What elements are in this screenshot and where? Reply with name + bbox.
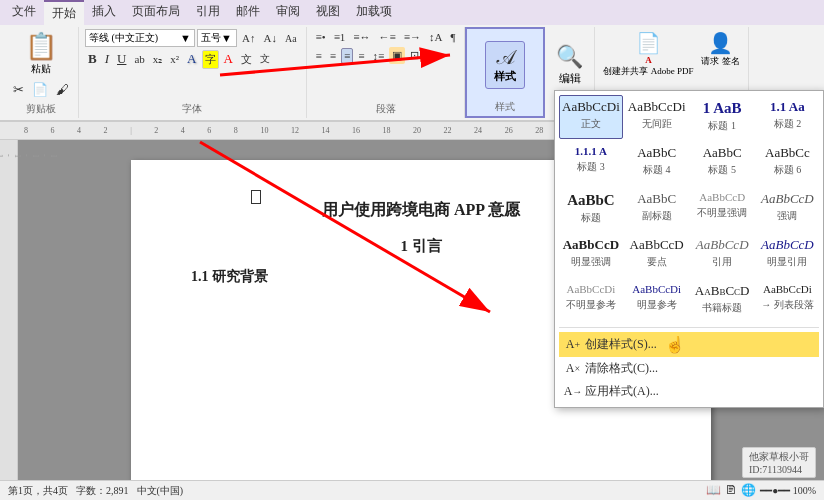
numbering-button[interactable]: ≡1 <box>331 29 349 45</box>
style-preview-biaoti1: 1 AaB <box>703 99 742 117</box>
create-style-item[interactable]: A+ 创建样式(S)... ☝ <box>559 332 819 357</box>
sign-label: 请求 签名 <box>701 55 739 68</box>
style-biaoti1[interactable]: 1 AaB 标题 1 <box>691 95 754 139</box>
style-label-mingxian: 明显强调 <box>571 255 611 269</box>
style-mingxian-cankao[interactable]: AaBbCcDi 明显参考 <box>625 279 689 323</box>
style-preview-biaoti4: AaBbC <box>637 145 676 161</box>
style-label-biaoti1: 标题 1 <box>708 119 736 133</box>
style-qiangdiao[interactable]: AaBbCcD 强调 <box>756 187 819 231</box>
font-name-selector[interactable]: 等线 (中文正文) ▼ <box>85 29 195 47</box>
line-spacing-button[interactable]: ↕≡ <box>369 48 387 64</box>
bullets-button[interactable]: ≡• <box>313 29 329 45</box>
align-left-button[interactable]: ≡ <box>313 48 325 64</box>
style-biaoti2[interactable]: 1.1 Aa 标题 2 <box>756 95 819 139</box>
style-biaoti6[interactable]: AaBbCc 标题 6 <box>756 141 819 185</box>
decrease-indent-button[interactable]: ←≡ <box>376 29 399 45</box>
cut-button[interactable]: ✂ <box>10 80 27 100</box>
style-label-biaoti6: 标题 6 <box>774 163 802 177</box>
font-size-selector[interactable]: 五号 ▼ <box>197 29 237 47</box>
style-bumingxian[interactable]: AaBbCcD 不明显强调 <box>691 187 754 231</box>
strikethrough-button[interactable]: ab <box>131 51 147 67</box>
increase-indent-button[interactable]: ≡→ <box>401 29 424 45</box>
paste-icon: 📋 <box>25 31 57 62</box>
style-label-bumingxian: 不明显强调 <box>697 206 747 220</box>
font-size-direct[interactable]: 文 <box>238 50 255 69</box>
format-painter-button[interactable]: 🖌 <box>53 80 72 100</box>
tab-file[interactable]: 文件 <box>4 0 44 25</box>
style-biaoti3[interactable]: 1.1.1 A 标题 3 <box>559 141 623 185</box>
doc-sidebar: 1-1-1-1-1-1 <box>0 140 18 500</box>
shading-button[interactable]: ▣ <box>389 47 405 64</box>
copy-button[interactable]: 📄 <box>29 80 51 100</box>
tab-review[interactable]: 审阅 <box>268 0 308 25</box>
style-label-shujibiaoti: 书籍标题 <box>702 301 742 315</box>
style-fubiaoti[interactable]: AaBbC 副标题 <box>625 187 689 231</box>
view-mode-read[interactable]: 📖 <box>706 483 721 498</box>
tab-reference[interactable]: 引用 <box>188 0 228 25</box>
status-bar: 第1页，共4页 字数：2,891 中文(中国) 📖 🖹 🌐 ━━●━━ 100% <box>0 480 824 500</box>
tab-mail[interactable]: 邮件 <box>228 0 268 25</box>
style-shujibiaoti[interactable]: AaBbCcD 书籍标题 <box>691 279 754 323</box>
align-center-button[interactable]: ≡ <box>327 48 339 64</box>
request-sign-button[interactable]: 👤 请求 签名 <box>699 29 741 70</box>
text-effect-button[interactable]: A <box>184 49 199 69</box>
style-preview-biaoti6: AaBbCc <box>765 145 810 161</box>
bold-button[interactable]: B <box>85 49 100 69</box>
style-yinyong[interactable]: AaBbCcD 引用 <box>691 233 754 277</box>
sort-button[interactable]: ↕A <box>426 29 445 45</box>
clear-style-item[interactable]: A× 清除格式(C)... <box>559 357 819 380</box>
font-size-direct2[interactable]: 文 <box>257 50 273 68</box>
view-mode-layout[interactable]: 🖹 <box>725 483 737 498</box>
paste-button[interactable]: 📋 粘贴 <box>23 29 59 78</box>
style-preview-qiangdiao: AaBbCcD <box>761 191 814 207</box>
styles-group: 𝒜 样式 样式 <box>465 27 545 118</box>
show-marks-button[interactable]: ¶ <box>447 29 458 45</box>
style-biaoti5[interactable]: AaBbC 标题 5 <box>691 141 754 185</box>
style-yaodian[interactable]: AaBbCcD 要点 <box>625 233 689 277</box>
multilevel-button[interactable]: ≡↔ <box>350 29 373 45</box>
style-wujiange[interactable]: AaBbCcDi 无间距 <box>625 95 689 139</box>
border-button[interactable]: ⊡ <box>407 47 422 64</box>
tab-layout[interactable]: 页面布局 <box>124 0 188 25</box>
tab-start[interactable]: 开始 <box>44 0 84 25</box>
watermark-line2: ID:71130944 <box>749 464 809 475</box>
superscript-button[interactable]: x² <box>167 51 182 67</box>
style-zhengwen[interactable]: AaBbCcDi 正文 <box>559 95 623 139</box>
style-preview-mingxian-cankao: AaBbCcDi <box>632 283 681 296</box>
view-mode-web[interactable]: 🌐 <box>741 483 756 498</box>
decrease-font-button[interactable]: A↓ <box>260 30 279 46</box>
styles-group-label: 样式 <box>495 98 515 114</box>
subscript-button[interactable]: x₂ <box>150 51 166 68</box>
tab-insert[interactable]: 插入 <box>84 0 124 25</box>
style-label-biaoti5: 标题 5 <box>708 163 736 177</box>
style-biaoti[interactable]: AaBbC 标题 <box>559 187 623 231</box>
tab-addons[interactable]: 加载项 <box>348 0 400 25</box>
style-mingxian[interactable]: AaBbCcD 明显强调 <box>559 233 623 277</box>
watermark-line1: 他家草根小哥 <box>749 450 809 464</box>
highlight-button[interactable]: 字 <box>202 50 219 69</box>
align-right-button[interactable]: ≡ <box>341 48 353 64</box>
language: 中文(中国) <box>137 484 184 498</box>
clear-format-button[interactable]: Aa <box>282 31 300 46</box>
tab-view[interactable]: 视图 <box>308 0 348 25</box>
increase-font-button[interactable]: A↑ <box>239 30 258 46</box>
style-label-biaoti3: 标题 3 <box>577 160 605 174</box>
style-label-wujiange: 无间距 <box>642 117 672 131</box>
style-preview-biaoti2: 1.1 Aa <box>770 99 805 115</box>
style-label-bumingxian-cankao: 不明显参考 <box>566 298 616 312</box>
font-color-button[interactable]: A <box>221 49 236 69</box>
create-pdf-button[interactable]: 📄 A 创建并共享 Adobe PDF <box>601 29 695 80</box>
style-bumingxian-cankao[interactable]: AaBbCcDi 不明显参考 <box>559 279 623 323</box>
style-label-qiangdiao: 强调 <box>777 209 797 223</box>
italic-button[interactable]: I <box>102 49 112 69</box>
style-biaoti4[interactable]: AaBbC 标题 4 <box>625 141 689 185</box>
apply-style-item[interactable]: A→ 应用样式(A)... <box>559 380 819 403</box>
style-mingxianyinyong[interactable]: AaBbCcD 明显引用 <box>756 233 819 277</box>
style-preview-yaodian: AaBbCcD <box>630 237 684 253</box>
style-liebiao[interactable]: AaBbCcDi → 列表段落 <box>756 279 819 323</box>
style-preview-wujiange: AaBbCcDi <box>628 99 686 115</box>
justify-button[interactable]: ≡ <box>355 48 367 64</box>
styles-button[interactable]: 𝒜 样式 <box>485 41 525 89</box>
zoom-slider[interactable]: ━━●━━ 100% <box>760 485 816 496</box>
underline-button[interactable]: U <box>114 49 129 69</box>
